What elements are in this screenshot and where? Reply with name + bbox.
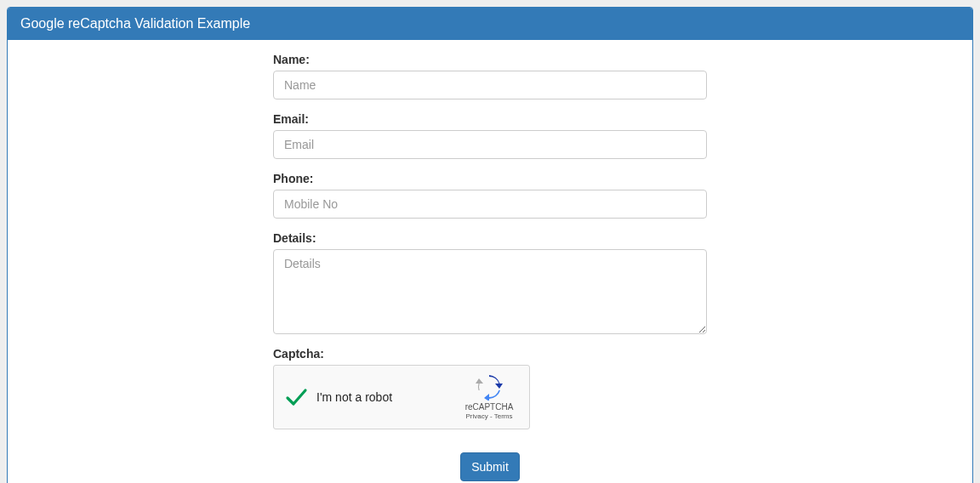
- submit-button[interactable]: Submit: [460, 452, 520, 481]
- form-group-details: Details:: [273, 231, 707, 334]
- recaptcha-brand-text: reCAPTCHA: [459, 402, 519, 412]
- panel-title: Google reCaptcha Validation Example: [20, 16, 250, 31]
- panel-heading: Google reCaptcha Validation Example: [8, 8, 972, 40]
- phone-label: Phone:: [273, 172, 313, 185]
- form-group-captcha: Captcha: I'm not a robot: [273, 347, 707, 429]
- recaptcha-logo: reCAPTCHA Privacy - Terms: [459, 373, 519, 421]
- recaptcha-logo-icon: [476, 373, 503, 401]
- submit-row: Submit: [273, 442, 707, 481]
- panel-body: Name: Email: Phone: Details: Captcha:: [8, 40, 972, 483]
- name-input[interactable]: [273, 71, 707, 99]
- details-textarea[interactable]: [273, 249, 707, 334]
- panel: Google reCaptcha Validation Example Name…: [7, 7, 973, 483]
- name-label: Name:: [273, 53, 310, 66]
- recaptcha-widget[interactable]: I'm not a robot reCAPTCHA Privacy - Term…: [273, 365, 530, 429]
- recaptcha-label-text: I'm not a robot: [316, 390, 459, 404]
- form-group-email: Email:: [273, 112, 707, 159]
- recaptcha-links-text: Privacy - Terms: [459, 412, 519, 421]
- email-input[interactable]: [273, 130, 707, 159]
- recaptcha-check-icon: [284, 385, 308, 409]
- details-label: Details:: [273, 231, 316, 245]
- phone-input[interactable]: [273, 190, 707, 219]
- captcha-label: Captcha:: [273, 347, 324, 361]
- email-label: Email:: [273, 112, 309, 126]
- form: Name: Email: Phone: Details: Captcha:: [273, 53, 707, 481]
- form-group-phone: Phone:: [273, 172, 707, 219]
- form-group-name: Name:: [273, 53, 707, 99]
